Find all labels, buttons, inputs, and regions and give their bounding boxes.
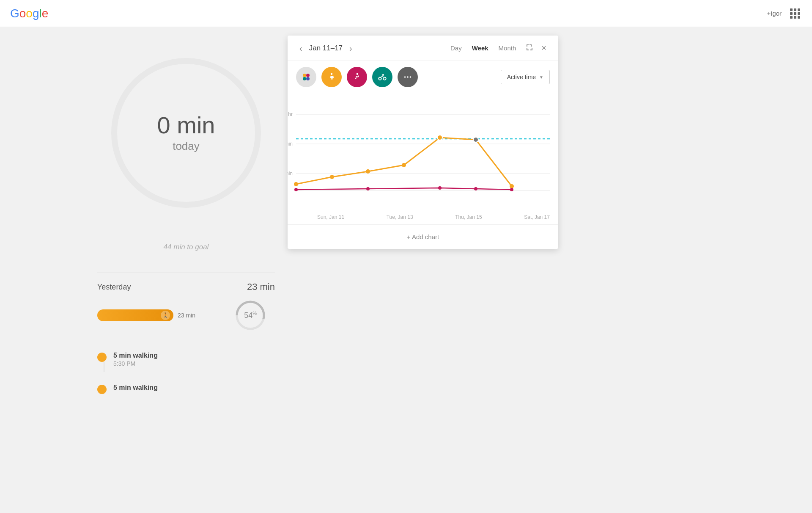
svg-text:20 min: 20 min bbox=[288, 171, 293, 177]
svg-point-34 bbox=[510, 188, 513, 191]
activity-ring: 0 min today bbox=[106, 52, 266, 213]
apps-grid-icon[interactable] bbox=[788, 7, 802, 20]
yesterday-header: Yesterday 23 min bbox=[97, 281, 275, 292]
svg-point-9 bbox=[379, 77, 381, 80]
yesterday-title: Yesterday bbox=[97, 283, 131, 292]
activity-dot bbox=[97, 385, 107, 394]
cycling-filter[interactable] bbox=[372, 67, 392, 87]
svg-point-23 bbox=[294, 182, 298, 186]
activity-time: 5:30 PM bbox=[113, 360, 158, 367]
svg-point-26 bbox=[402, 163, 406, 167]
running-filter[interactable] bbox=[347, 67, 367, 87]
metric-dropdown[interactable]: Active time ▼ bbox=[501, 70, 550, 84]
svg-point-10 bbox=[383, 77, 386, 80]
google-logo: Google bbox=[10, 7, 48, 20]
svg-point-5 bbox=[303, 77, 306, 80]
activity-connector bbox=[104, 362, 104, 372]
activity-dot bbox=[97, 353, 107, 362]
app-header: Google +Igor bbox=[0, 0, 812, 27]
svg-point-7 bbox=[331, 73, 333, 75]
svg-point-24 bbox=[330, 175, 334, 179]
svg-point-6 bbox=[306, 77, 310, 80]
goal-percent: 54% bbox=[244, 311, 257, 320]
svg-point-3 bbox=[303, 74, 306, 77]
svg-point-14 bbox=[410, 76, 411, 78]
header-right: +Igor bbox=[767, 7, 802, 20]
svg-point-4 bbox=[306, 74, 310, 77]
svg-point-12 bbox=[404, 76, 406, 78]
prev-period-button[interactable]: ‹ bbox=[296, 42, 306, 54]
dropdown-chevron-icon: ▼ bbox=[539, 75, 543, 80]
svg-point-27 bbox=[437, 135, 442, 140]
activities-list: 5 min walking 5:30 PM 5 min walking bbox=[97, 352, 275, 406]
chart-panel: ‹ Jan 11–17 › Day Week Month × bbox=[288, 36, 558, 249]
progress-bar-row: 🚶 23 min 54% bbox=[97, 298, 275, 332]
svg-point-13 bbox=[407, 76, 409, 78]
x-label: Sat, Jan 17 bbox=[524, 214, 550, 220]
main-content: 0 min today 44 min to goal Yesterday 23 … bbox=[0, 27, 812, 406]
add-chart-button[interactable]: + Add chart bbox=[288, 224, 558, 249]
close-chart-button[interactable]: × bbox=[538, 41, 550, 55]
chart-x-labels: Sun, Jan 11 Tue, Jan 13 Thu, Jan 15 Sat,… bbox=[288, 212, 558, 220]
svg-point-31 bbox=[366, 187, 370, 190]
walking-filter[interactable] bbox=[321, 67, 342, 87]
activity-progress-bar: 🚶 bbox=[97, 309, 173, 321]
svg-point-11 bbox=[382, 74, 384, 76]
chart-header: ‹ Jan 11–17 › Day Week Month × bbox=[288, 36, 558, 61]
activity-title: 5 min walking bbox=[113, 352, 158, 359]
goal-circle: 54% bbox=[233, 298, 267, 332]
expand-icon bbox=[525, 43, 533, 51]
activity-info: 5 min walking 5:30 PM bbox=[113, 352, 158, 367]
yesterday-section: Yesterday 23 min 🚶 23 min 54% bbox=[97, 273, 275, 339]
view-day-button[interactable]: Day bbox=[446, 43, 466, 53]
activity-info: 5 min walking bbox=[113, 384, 158, 392]
svg-text:1 hr: 1 hr bbox=[288, 111, 293, 117]
svg-text:40 min: 40 min bbox=[288, 141, 293, 147]
ring-goal: 44 min to goal bbox=[164, 243, 209, 251]
user-profile-link[interactable]: +Igor bbox=[767, 10, 782, 17]
yesterday-value: 23 min bbox=[247, 281, 275, 292]
next-period-button[interactable]: › bbox=[346, 42, 356, 54]
svg-point-25 bbox=[366, 169, 370, 174]
svg-point-30 bbox=[294, 188, 298, 191]
more-activities-button[interactable] bbox=[398, 67, 418, 87]
running-person-icon bbox=[352, 72, 362, 82]
cycling-icon bbox=[378, 72, 387, 82]
x-label: Thu, Jan 15 bbox=[455, 214, 482, 220]
left-panel: 0 min today 44 min to goal Yesterday 23 … bbox=[68, 52, 304, 406]
svg-point-32 bbox=[438, 186, 442, 190]
progress-bar-text: 23 min bbox=[178, 312, 195, 319]
more-dots-icon bbox=[403, 72, 412, 82]
view-options: Day Week Month × bbox=[446, 41, 550, 55]
expand-chart-button[interactable] bbox=[522, 41, 536, 55]
date-range-label: Jan 11–17 bbox=[309, 44, 343, 52]
progress-bar-icon: 🚶 bbox=[161, 311, 170, 320]
svg-point-29 bbox=[510, 184, 514, 188]
all-icon bbox=[301, 72, 311, 82]
metric-label: Active time bbox=[507, 74, 536, 80]
activity-title: 5 min walking bbox=[113, 384, 158, 392]
svg-point-28 bbox=[473, 137, 478, 142]
ring-value: 0 min bbox=[157, 113, 215, 137]
view-month-button[interactable]: Month bbox=[494, 43, 521, 53]
svg-point-8 bbox=[357, 73, 359, 75]
chart-svg: 1 hr 40 min 20 min bbox=[296, 97, 550, 199]
view-week-button[interactable]: Week bbox=[468, 43, 493, 53]
list-item: 5 min walking 5:30 PM bbox=[97, 352, 275, 372]
svg-point-33 bbox=[474, 187, 477, 190]
chart-area: 1 hr 40 min 20 min bbox=[288, 93, 558, 212]
ring-label: today bbox=[157, 140, 215, 153]
chart-icons-row: Active time ▼ bbox=[288, 61, 558, 93]
walking-person-icon bbox=[327, 72, 336, 82]
x-label: Sun, Jan 11 bbox=[317, 214, 344, 220]
ring-center: 0 min today bbox=[157, 113, 215, 153]
list-item: 5 min walking bbox=[97, 384, 275, 394]
all-activities-filter[interactable] bbox=[296, 67, 316, 87]
x-label: Tue, Jan 13 bbox=[387, 214, 413, 220]
